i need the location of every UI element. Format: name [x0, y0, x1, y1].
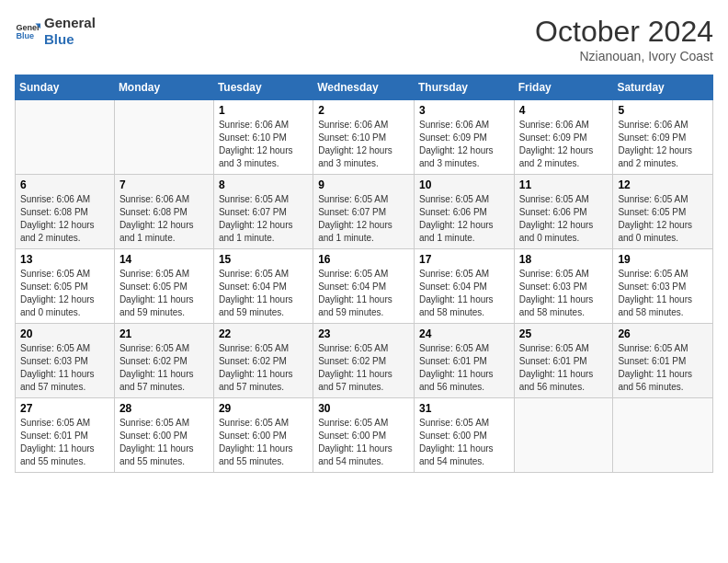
calendar-cell: 26Sunrise: 6:05 AMSunset: 6:01 PMDayligh…: [613, 324, 713, 398]
day-info: Sunrise: 6:06 AMSunset: 6:08 PMDaylight:…: [119, 193, 209, 245]
day-info: Sunrise: 6:05 AMSunset: 6:02 PMDaylight:…: [318, 342, 409, 394]
calendar-cell: 18Sunrise: 6:05 AMSunset: 6:03 PMDayligh…: [514, 249, 613, 324]
calendar-cell: 20Sunrise: 6:05 AMSunset: 6:03 PMDayligh…: [16, 324, 115, 398]
day-number: 7: [119, 178, 209, 191]
calendar-cell: 21Sunrise: 6:05 AMSunset: 6:02 PMDayligh…: [114, 324, 213, 398]
day-info: Sunrise: 6:05 AMSunset: 6:01 PMDaylight:…: [419, 342, 509, 394]
day-info: Sunrise: 6:05 AMSunset: 6:04 PMDaylight:…: [318, 268, 409, 319]
day-info: Sunrise: 6:05 AMSunset: 6:03 PMDaylight:…: [20, 342, 109, 394]
calendar-cell: 19Sunrise: 6:05 AMSunset: 6:03 PMDayligh…: [613, 249, 713, 324]
day-number: 29: [219, 402, 308, 415]
day-info: Sunrise: 6:05 AMSunset: 6:04 PMDaylight:…: [219, 268, 308, 319]
calendar-cell: 9Sunrise: 6:05 AMSunset: 6:07 PMDaylight…: [313, 175, 415, 249]
calendar-cell: 22Sunrise: 6:05 AMSunset: 6:02 PMDayligh…: [213, 324, 313, 398]
calendar-cell: 1Sunrise: 6:06 AMSunset: 6:10 PMDaylight…: [213, 100, 313, 175]
day-info: Sunrise: 6:05 AMSunset: 6:07 PMDaylight:…: [318, 193, 409, 245]
day-info: Sunrise: 6:05 AMSunset: 6:05 PMDaylight:…: [20, 268, 109, 319]
day-number: 24: [419, 327, 509, 340]
weekday-header-sunday: Sunday: [16, 75, 115, 100]
day-number: 9: [318, 178, 409, 191]
day-number: 14: [119, 253, 209, 266]
day-number: 2: [318, 104, 409, 117]
calendar-cell: 29Sunrise: 6:05 AMSunset: 6:00 PMDayligh…: [213, 398, 313, 473]
day-info: Sunrise: 6:05 AMSunset: 6:05 PMDaylight:…: [119, 268, 209, 319]
calendar-cell: 31Sunrise: 6:05 AMSunset: 6:00 PMDayligh…: [414, 398, 514, 473]
weekday-header-thursday: Thursday: [414, 75, 514, 100]
weekday-header-wednesday: Wednesday: [313, 75, 415, 100]
day-info: Sunrise: 6:05 AMSunset: 6:06 PMDaylight:…: [419, 193, 509, 245]
day-info: Sunrise: 6:05 AMSunset: 6:03 PMDaylight:…: [519, 268, 609, 319]
calendar-week-5: 27Sunrise: 6:05 AMSunset: 6:01 PMDayligh…: [16, 398, 713, 473]
day-number: 18: [519, 253, 609, 266]
calendar-cell: 11Sunrise: 6:05 AMSunset: 6:06 PMDayligh…: [514, 175, 613, 249]
logo-icon: General Blue: [15, 18, 40, 44]
day-number: 11: [519, 178, 609, 191]
calendar-cell: 17Sunrise: 6:05 AMSunset: 6:04 PMDayligh…: [414, 249, 514, 324]
calendar-cell: 24Sunrise: 6:05 AMSunset: 6:01 PMDayligh…: [414, 324, 514, 398]
day-number: 19: [618, 253, 708, 266]
day-info: Sunrise: 6:05 AMSunset: 6:00 PMDaylight:…: [318, 417, 409, 468]
day-info: Sunrise: 6:06 AMSunset: 6:09 PMDaylight:…: [419, 119, 509, 170]
day-number: 13: [20, 253, 109, 266]
calendar-cell: 7Sunrise: 6:06 AMSunset: 6:08 PMDaylight…: [114, 175, 213, 249]
day-number: 22: [219, 327, 308, 340]
calendar-cell: 30Sunrise: 6:05 AMSunset: 6:00 PMDayligh…: [313, 398, 415, 473]
calendar-cell: 14Sunrise: 6:05 AMSunset: 6:05 PMDayligh…: [114, 249, 213, 324]
day-info: Sunrise: 6:06 AMSunset: 6:09 PMDaylight:…: [618, 119, 708, 170]
day-number: 8: [219, 178, 308, 191]
day-info: Sunrise: 6:05 AMSunset: 6:03 PMDaylight:…: [618, 268, 708, 319]
day-number: 23: [318, 327, 409, 340]
calendar-cell: 6Sunrise: 6:06 AMSunset: 6:08 PMDaylight…: [16, 175, 115, 249]
page-header: General Blue General Blue October 2024 N…: [15, 15, 713, 63]
calendar-cell: [613, 398, 713, 473]
calendar-cell: 27Sunrise: 6:05 AMSunset: 6:01 PMDayligh…: [16, 398, 115, 473]
calendar-week-3: 13Sunrise: 6:05 AMSunset: 6:05 PMDayligh…: [16, 249, 713, 324]
day-number: 30: [318, 402, 409, 415]
day-number: 28: [119, 402, 209, 415]
calendar-cell: 4Sunrise: 6:06 AMSunset: 6:09 PMDaylight…: [514, 100, 613, 175]
day-info: Sunrise: 6:05 AMSunset: 6:00 PMDaylight:…: [419, 417, 509, 468]
day-info: Sunrise: 6:05 AMSunset: 6:04 PMDaylight:…: [419, 268, 509, 319]
calendar-cell: 3Sunrise: 6:06 AMSunset: 6:09 PMDaylight…: [414, 100, 514, 175]
calendar-cell: 12Sunrise: 6:05 AMSunset: 6:05 PMDayligh…: [613, 175, 713, 249]
logo-text-line2: Blue: [44, 31, 96, 48]
day-number: 27: [20, 402, 109, 415]
day-number: 12: [618, 178, 708, 191]
calendar-cell: [16, 100, 115, 175]
day-info: Sunrise: 6:05 AMSunset: 6:06 PMDaylight:…: [519, 193, 609, 245]
calendar-cell: [514, 398, 613, 473]
day-info: Sunrise: 6:05 AMSunset: 6:02 PMDaylight:…: [119, 342, 209, 394]
day-info: Sunrise: 6:05 AMSunset: 6:01 PMDaylight:…: [519, 342, 609, 394]
day-number: 1: [219, 104, 308, 117]
calendar-cell: 25Sunrise: 6:05 AMSunset: 6:01 PMDayligh…: [514, 324, 613, 398]
calendar-cell: 2Sunrise: 6:06 AMSunset: 6:10 PMDaylight…: [313, 100, 415, 175]
location-subtitle: Nzianouan, Ivory Coast: [535, 49, 713, 63]
calendar-cell: 8Sunrise: 6:05 AMSunset: 6:07 PMDaylight…: [213, 175, 313, 249]
weekday-header-friday: Friday: [514, 75, 613, 100]
day-info: Sunrise: 6:05 AMSunset: 6:05 PMDaylight:…: [618, 193, 708, 245]
logo: General Blue General Blue: [15, 15, 96, 48]
day-number: 15: [219, 253, 308, 266]
day-info: Sunrise: 6:05 AMSunset: 6:00 PMDaylight:…: [119, 417, 209, 468]
day-number: 6: [20, 178, 109, 191]
day-info: Sunrise: 6:06 AMSunset: 6:09 PMDaylight:…: [519, 119, 609, 170]
calendar-cell: [114, 100, 213, 175]
day-number: 26: [618, 327, 708, 340]
day-info: Sunrise: 6:05 AMSunset: 6:00 PMDaylight:…: [219, 417, 308, 468]
day-number: 5: [618, 104, 708, 117]
month-title: October 2024: [535, 15, 713, 49]
logo-text-line1: General: [44, 15, 96, 31]
day-number: 20: [20, 327, 109, 340]
calendar-cell: 16Sunrise: 6:05 AMSunset: 6:04 PMDayligh…: [313, 249, 415, 324]
day-number: 4: [519, 104, 609, 117]
day-info: Sunrise: 6:06 AMSunset: 6:10 PMDaylight:…: [318, 119, 409, 170]
day-number: 25: [519, 327, 609, 340]
svg-text:Blue: Blue: [16, 31, 34, 40]
calendar-week-1: 1Sunrise: 6:06 AMSunset: 6:10 PMDaylight…: [16, 100, 713, 175]
calendar-cell: 15Sunrise: 6:05 AMSunset: 6:04 PMDayligh…: [213, 249, 313, 324]
calendar-table: SundayMondayTuesdayWednesdayThursdayFrid…: [15, 75, 713, 473]
title-block: October 2024 Nzianouan, Ivory Coast: [535, 15, 713, 63]
day-info: Sunrise: 6:05 AMSunset: 6:02 PMDaylight:…: [219, 342, 308, 394]
day-info: Sunrise: 6:05 AMSunset: 6:01 PMDaylight:…: [20, 417, 109, 468]
calendar-cell: 23Sunrise: 6:05 AMSunset: 6:02 PMDayligh…: [313, 324, 415, 398]
